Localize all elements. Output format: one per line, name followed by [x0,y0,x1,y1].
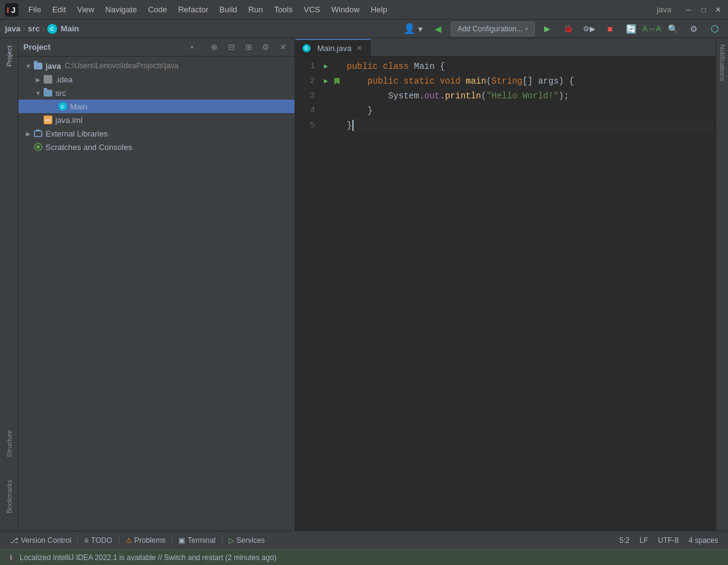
menu-help[interactable]: Help [366,3,392,16]
encoding-label: UTF-8 [658,536,679,545]
title-bar-right: java ─ □ ✕ [657,5,723,15]
close-button[interactable]: ✕ [713,5,723,15]
tree-label-iml: java.iml [55,116,82,125]
expand-all-button[interactable]: ⊞ [242,41,255,54]
svg-marker-7 [334,78,339,84]
menu-refactor[interactable]: Refactor [173,3,213,16]
line-num-1: 1 [295,59,315,74]
breadcrumb-main[interactable]: Main [61,24,79,33]
translate-button[interactable]: A↔A [643,22,660,36]
code-line-3: System.out.println("Hello World!"); [347,89,714,103]
tree-arrow-ext-libs: ▶ [23,128,33,138]
tree-main[interactable]: C Main [18,100,295,113]
menu-tools[interactable]: Tools [269,3,298,16]
debug-button[interactable]: 🐞 [560,22,577,36]
tab-class-icon: C [301,43,311,53]
svg-point-6 [36,145,40,149]
code-line-4: } [347,103,714,118]
menu-file[interactable]: File [23,3,46,16]
tree-src[interactable]: ▼ src [18,86,295,100]
line-num-4: 4 [295,103,315,118]
problems-icon: ⚠ [125,536,132,545]
bookmark-2[interactable] [332,74,342,89]
menu-vcs[interactable]: VCS [299,3,325,16]
breadcrumb-src[interactable]: src [28,24,40,33]
editor-tab-main[interactable]: C Main.java ✕ [295,39,371,56]
structure-tab-strip[interactable]: Structure [3,425,15,462]
breadcrumb-java[interactable]: java [5,24,20,33]
search-button[interactable]: 🔍 [664,22,681,36]
folder-icon-idea [43,74,53,84]
todo-label: TODO [91,536,112,545]
collapse-all-button[interactable]: ⊟ [224,41,238,54]
run-with-coverage-button[interactable]: ⚙▶ [580,22,598,36]
tree-idea[interactable]: ▶ .idea [18,73,295,86]
services-icon: ▷ [229,536,234,545]
tree-iml[interactable]: iml java.iml [18,113,295,127]
run-arrow-2[interactable]: ▶ [320,74,332,89]
bookmarks-tab-strip[interactable]: Bookmarks [3,475,15,518]
tree-root-java[interactable]: ▼ java C:\Users\Lenovo\IdeaProjects\java [18,59,295,73]
ai-assistant-button[interactable]: ⬡ [706,22,723,36]
menu-window[interactable]: Window [326,3,365,16]
run-arrow-1[interactable]: ▶ [320,59,332,74]
code-line-1: public class Main { [347,59,714,74]
todo-button[interactable]: ≡ TODO [79,531,117,549]
sync-button[interactable]: 🔄 [622,22,639,36]
svg-text:I: I [7,6,9,15]
terminal-button[interactable]: ▣ Terminal [173,531,220,549]
folder-icon-src [43,88,53,98]
editor-area: C Main.java ✕ ⋮ 1 2 3 4 5 ▶ [295,38,728,531]
menu-navigate[interactable]: Navigate [100,3,141,16]
tab-close-button[interactable]: ✕ [355,44,364,52]
tree-arrow-java: ▼ [23,61,33,71]
encoding[interactable]: UTF-8 [653,531,684,549]
notification-icon: ℹ [6,553,16,563]
hide-panel-button[interactable]: ✕ [276,41,290,54]
problems-button[interactable]: ⚠ Problems [121,531,171,549]
tree-arrow-main [48,101,58,111]
status-right: 5:2 LF UTF-8 4 spaces [614,531,723,549]
code-content[interactable]: public class Main { public static void m… [342,57,719,531]
notifications-tab[interactable]: Notifications [718,41,727,85]
tree-arrow-src: ▼ [33,88,43,98]
run-button[interactable]: ▶ [539,22,556,36]
profile-button[interactable]: 👤 ▾ [400,22,426,36]
menu-view[interactable]: View [72,3,99,16]
svg-rect-4 [36,130,41,131]
cursor-position[interactable]: 5:2 [614,531,635,549]
line-numbers: 1 2 3 4 5 [295,57,320,531]
breadcrumb-bar: java › src › C Main 👤 ▾ ◀ Add Configurat… [0,20,728,38]
menu-edit[interactable]: Edit [47,3,71,16]
stop-button[interactable]: ■ [601,22,619,36]
version-control-button[interactable]: ⎇ Version Control [5,531,76,549]
tree-ext-libs[interactable]: ▶ External Libraries [18,127,295,140]
services-button[interactable]: ▷ Services [224,531,270,549]
minimize-button[interactable]: ─ [684,5,694,15]
code-editor[interactable]: 1 2 3 4 5 ▶ ▶ [295,57,728,531]
locate-file-button[interactable]: ⊕ [207,41,221,54]
scratches-icon [33,142,43,152]
menu-code[interactable]: Code [143,3,172,16]
run-arrow-5 [320,118,332,133]
tree-scratches[interactable]: Scratches and Consoles [18,140,295,154]
editor-tabs: C Main.java ✕ ⋮ [295,38,728,57]
indent-setting[interactable]: 4 spaces [684,531,723,549]
notifications-strip: Notifications [716,38,728,531]
line-separator[interactable]: LF [635,531,653,549]
svg-rect-3 [34,131,42,136]
code-line-2: public static void main(String[] args) { [347,74,714,89]
settings-button[interactable]: ⚙ [685,22,702,36]
add-configuration-button[interactable]: Add Configuration... ▾ [451,22,535,36]
menu-bar: File Edit View Navigate Code Refactor Bu… [23,3,657,16]
status-sep-3 [172,535,172,545]
menu-run[interactable]: Run [243,3,268,16]
menu-build[interactable]: Build [215,3,242,16]
folder-icon-java [33,61,43,71]
tree-arrow-scratches [23,142,33,152]
maximize-button[interactable]: □ [698,5,708,15]
project-tab-strip[interactable]: Project [3,41,15,71]
back-button[interactable]: ◀ [430,22,447,36]
project-settings-button[interactable]: ⚙ [259,41,272,54]
svg-text:J: J [11,6,15,15]
